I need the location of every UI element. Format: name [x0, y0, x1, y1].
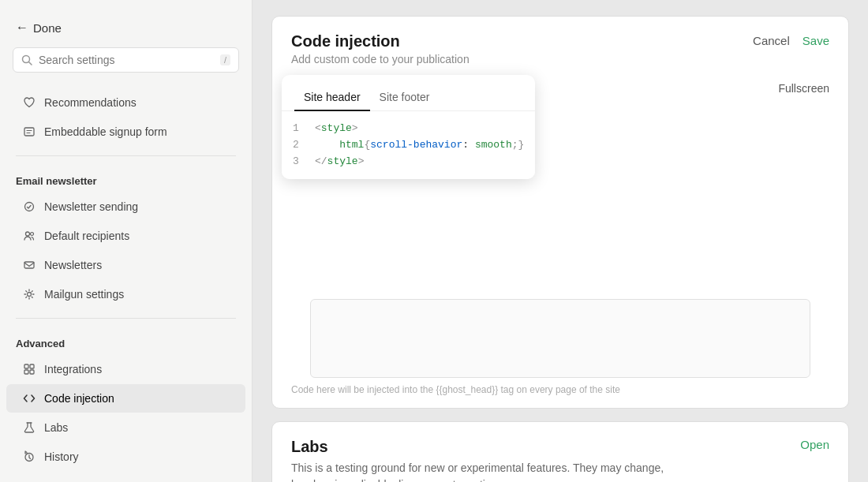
- sidebar-item-label: History: [44, 450, 79, 463]
- labs-open-button[interactable]: Open: [800, 438, 829, 451]
- code-content: html{scroll-behavior: smooth;}: [315, 137, 524, 154]
- form-icon: [22, 125, 36, 139]
- sidebar-item-code-injection[interactable]: Code injection: [6, 384, 245, 413]
- card-subtitle: Add custom code to your publication: [291, 53, 470, 65]
- svg-point-6: [26, 232, 30, 236]
- sidebar-item-label: Labs: [44, 421, 68, 434]
- gear-icon: [22, 287, 36, 301]
- editor-hint: Code here will be injected into the {{gh…: [272, 378, 848, 408]
- newsletter-icon: [22, 200, 36, 214]
- svg-rect-12: [24, 370, 28, 374]
- search-bar[interactable]: /: [13, 47, 239, 73]
- code-injection-card: Code injection Add custom code to your p…: [271, 16, 849, 409]
- sidebar-group-advanced: Advanced Integrations Code injection: [0, 328, 252, 471]
- sidebar-group-email-label: Email newsletter: [0, 166, 252, 192]
- code-preview: 1 <style> 2 html{scroll-behavior: smooth…: [282, 111, 535, 179]
- sidebar-item-label: Integrations: [44, 363, 102, 376]
- sidebar-item-history[interactable]: History: [6, 443, 245, 471]
- labs-icon: [22, 420, 36, 435]
- heart-icon: [22, 95, 36, 110]
- integrations-icon: [22, 362, 36, 376]
- sidebar-item-default-recipients[interactable]: Default recipients: [6, 222, 245, 250]
- sidebar-group-misc: Recommendations Embeddable signup form: [0, 88, 252, 146]
- svg-rect-11: [30, 364, 34, 368]
- sidebar-item-recommendations[interactable]: Recommendations: [6, 88, 245, 117]
- sidebar-divider: [16, 155, 236, 156]
- sidebar-item-label: Recommendations: [44, 96, 137, 109]
- code-content: <style>: [315, 121, 358, 137]
- tabs-area: Fullscreen Site header Site footer 1 <st…: [272, 78, 848, 125]
- labs-card-body: Labs This is a testing ground for new or…: [272, 422, 848, 482]
- sidebar-item-label: Embeddable signup form: [44, 125, 167, 138]
- labs-card: Labs This is a testing ground for new or…: [271, 421, 849, 482]
- card-title: Code injection: [291, 32, 470, 50]
- line-number: 1: [293, 121, 305, 137]
- back-arrow-icon: ←: [16, 21, 28, 35]
- recipients-icon: [22, 229, 36, 243]
- code-icon: [22, 391, 36, 405]
- sidebar-item-label: Code injection: [44, 392, 114, 405]
- svg-rect-8: [24, 262, 34, 268]
- card-actions: Cancel Save: [753, 34, 829, 47]
- svg-point-7: [31, 233, 34, 236]
- card-header: Code injection Add custom code to your p…: [272, 17, 848, 78]
- code-line-2: 2 html{scroll-behavior: smooth;}: [293, 137, 524, 154]
- sidebar-item-integrations[interactable]: Integrations: [6, 355, 245, 383]
- search-shortcut: /: [220, 54, 230, 65]
- code-line-1: 1 <style>: [293, 121, 524, 137]
- sidebar-item-mailgun[interactable]: Mailgun settings: [6, 280, 245, 308]
- sidebar-divider-2: [16, 318, 236, 319]
- code-content: </style>: [315, 154, 364, 170]
- labs-description: This is a testing ground for new or expe…: [291, 460, 686, 482]
- labs-text: Labs This is a testing ground for new or…: [291, 438, 686, 482]
- line-number: 2: [293, 137, 305, 154]
- sidebar-item-label: Newsletters: [44, 259, 102, 271]
- sidebar: ← Done / Recommendations: [0, 0, 253, 482]
- tab-site-header[interactable]: Site header: [294, 84, 370, 111]
- line-number: 3: [293, 154, 305, 170]
- card-title-group: Code injection Add custom code to your p…: [291, 32, 470, 65]
- sidebar-item-labs[interactable]: Labs: [6, 413, 245, 442]
- sidebar-group-email: Email newsletter Newsletter sending Defa…: [0, 166, 252, 308]
- sidebar-item-label: Newsletter sending: [44, 200, 138, 213]
- svg-point-9: [28, 293, 32, 297]
- code-editor[interactable]: [310, 299, 810, 378]
- history-icon: [22, 450, 36, 464]
- svg-line-1: [29, 62, 32, 65]
- labs-title: Labs: [291, 438, 686, 456]
- sidebar-item-newsletter-sending[interactable]: Newsletter sending: [6, 192, 245, 221]
- sidebar-group-advanced-label: Advanced: [0, 328, 252, 354]
- modal-tabs: Site header Site footer: [282, 75, 535, 111]
- sidebar-item-embeddable-signup[interactable]: Embeddable signup form: [6, 118, 245, 146]
- fullscreen-button[interactable]: Fullscreen: [778, 82, 829, 95]
- code-line-3: 3 </style>: [293, 154, 524, 170]
- svg-rect-10: [24, 364, 28, 368]
- cancel-button[interactable]: Cancel: [753, 34, 790, 47]
- svg-rect-2: [24, 128, 34, 136]
- search-icon: [21, 54, 32, 65]
- sidebar-item-label: Mailgun settings: [44, 288, 124, 301]
- done-label: Done: [33, 21, 62, 35]
- mail-icon: [22, 258, 36, 272]
- main-content: Code injection Add custom code to your p…: [253, 0, 868, 482]
- tab-site-footer[interactable]: Site footer: [370, 84, 440, 111]
- sidebar-item-label: Default recipients: [44, 230, 129, 242]
- sidebar-item-newsletters[interactable]: Newsletters: [6, 251, 245, 279]
- save-button[interactable]: Save: [803, 34, 829, 47]
- done-button[interactable]: ← Done: [0, 16, 252, 47]
- search-input[interactable]: [39, 54, 214, 66]
- tabs-modal: Site header Site footer 1 <style> 2 html…: [282, 75, 535, 179]
- svg-rect-13: [30, 370, 34, 374]
